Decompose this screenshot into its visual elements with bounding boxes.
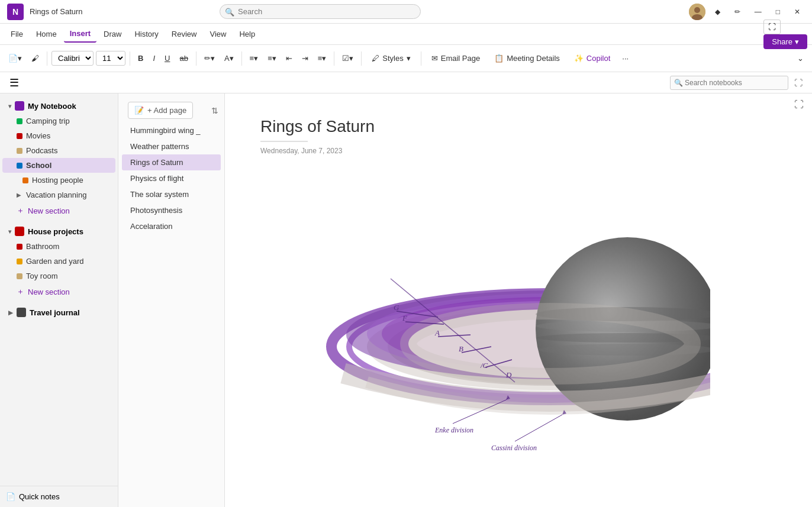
page-weather[interactable]: Weather patterns [122,138,221,154]
format-painter-btn[interactable]: 🖌 [28,51,43,65]
align-btn[interactable]: ≡▾ [314,51,330,65]
menu-insert[interactable]: Insert [64,25,96,43]
new-section-2-label: New section [28,288,70,296]
menu-history[interactable]: History [128,26,164,42]
section-podcasts[interactable]: Podcasts [2,143,115,158]
section-school[interactable]: School [2,158,115,173]
underline-btn[interactable]: U [161,51,173,65]
app-logo: N [7,4,24,20]
check-btn[interactable]: ☑▾ [339,51,357,65]
section-bathroom[interactable]: Bathroom [2,239,115,254]
email-page-btn[interactable]: ✉ Email Page [426,51,486,65]
vacation-chevron: ▶ [17,192,21,198]
notebook-search-area: 🔍 ⛶ [670,76,805,90]
page-solar[interactable]: The solar system [122,186,221,202]
sidebar: ▾ My Notebook Camping trip Movies Podcas… [0,93,118,507]
styles-icon: 🖊 [372,54,379,63]
garden-yard-label: Garden and yard [26,257,84,266]
menu-view[interactable]: View [204,26,232,42]
font-family-select[interactable]: Calibri [51,51,94,66]
page-accelaration[interactable]: Accelaration [122,218,221,234]
numbering-btn[interactable]: ≡▾ [264,51,280,65]
page-physics[interactable]: Physics of flight [122,170,221,186]
house-projects-icon [15,227,24,236]
svg-point-1 [694,7,700,13]
italic-btn[interactable]: I [149,51,159,65]
minimize-btn[interactable]: — [750,5,766,18]
menu-draw[interactable]: Draw [98,26,127,42]
toolbar-expand-area: ⌄ [794,51,807,65]
highlight-btn[interactable]: ✏▾ [201,51,218,65]
nb-expand-btn[interactable]: ⛶ [792,77,805,89]
notebook-my-notebook-header[interactable]: ▾ My Notebook [2,98,115,114]
travel-journal-chevron: ▶ [8,309,13,316]
page-rings-saturn[interactable]: Rings of Saturn [122,154,221,170]
house-projects-label: House projects [28,227,83,236]
menu-file[interactable]: File [5,26,29,42]
avatar[interactable] [689,4,705,20]
pen-btn[interactable]: ✏ [730,5,745,18]
menu-review[interactable]: Review [166,26,203,42]
more-btn[interactable]: ··· [618,51,632,65]
nb-search-input[interactable] [670,76,788,90]
title-bar: N Rings of Saturn 🔍 ◆ ✏ — □ ✕ [0,0,812,24]
svg-text:G: G [394,303,399,312]
toolbar-expand-btn[interactable]: ⌄ [794,51,807,65]
new-section-my-notebook[interactable]: ＋ New section [2,202,115,219]
school-label: School [26,161,51,170]
font-size-select[interactable]: 11 [96,51,125,66]
close-btn[interactable]: ✕ [790,5,805,18]
menu-bar: File Home Insert Draw History Review Vie… [0,24,812,45]
notebook-travel-journal-header[interactable]: ▶ Travel journal [2,305,115,320]
diamond-btn[interactable]: ◆ [710,5,725,18]
new-section-house-projects[interactable]: ＋ New section [2,283,115,300]
saturn-image: G F A B /C D Enke division [260,169,710,453]
expand-content-btn[interactable]: ⛶ [794,99,804,110]
meeting-details-btn[interactable]: 📋 Meeting Details [488,51,566,65]
menu-help[interactable]: Help [233,26,261,42]
strikethrough-btn[interactable]: ab [176,51,191,65]
fullscreen-button[interactable]: ⛶ [763,20,781,34]
page-photosynthesis[interactable]: Photosynthesis [122,202,221,218]
font-color-btn[interactable]: A▾ [221,51,237,65]
section-vacation-planning[interactable]: ▶ Vacation planning [2,188,115,202]
quick-notes[interactable]: 📄 Quick notes [0,486,118,507]
podcasts-label: Podcasts [26,146,57,155]
copilot-icon: ✨ [574,54,584,63]
bold-btn[interactable]: B [134,51,147,65]
meeting-icon: 📋 [494,54,504,63]
toolbar: 📄▾ 🖌 Calibri 11 B I U ab ✏▾ A▾ ≡▾ ≡▾ ⇤ ⇥… [0,45,812,72]
section-hosting-people[interactable]: Hosting people [2,173,115,188]
hosting-people-label: Hosting people [32,176,83,185]
indent-btn[interactable]: ⇥ [298,51,312,65]
svg-text:F: F [402,314,408,322]
page-hummingbird[interactable]: Hummingbird wing _ [122,122,221,138]
title-bar-actions: ◆ ✏ — □ ✕ [689,4,805,20]
title-search-area: 🔍 [220,4,421,19]
new-section-plus-icon: ＋ [17,205,24,216]
title-underline [260,141,308,142]
hamburger-btn[interactable]: ☰ [7,74,21,92]
outdent-btn[interactable]: ⇤ [282,51,296,65]
menu-home[interactable]: Home [30,26,63,42]
quick-notes-label: Quick notes [19,492,60,501]
camping-trip-label: Camping trip [26,117,70,125]
new-page-btn[interactable]: 📄▾ [5,51,25,65]
bullets-btn[interactable]: ≡▾ [246,51,262,65]
notebook-house-projects-header[interactable]: ▾ House projects [2,224,115,239]
add-page-icon: 📝 [134,106,144,115]
title-search-input[interactable] [220,4,421,19]
garden-yard-dot [17,259,22,264]
maximize-btn[interactable]: □ [771,5,785,18]
vacation-planning-label: Vacation planning [26,190,86,199]
section-camping-trip[interactable]: Camping trip [2,114,115,128]
share-button[interactable]: Share ▾ [763,34,807,49]
styles-btn[interactable]: 🖊 Styles ▾ [366,51,416,65]
add-page-button[interactable]: 📝 + Add page [128,102,193,119]
copilot-btn[interactable]: ✨ Copilot [568,51,616,65]
toy-room-label: Toy room [26,272,57,280]
section-toy-room[interactable]: Toy room [2,269,115,283]
section-movies[interactable]: Movies [2,128,115,143]
section-garden-yard[interactable]: Garden and yard [2,254,115,269]
sort-pages-btn[interactable]: ⇅ [209,104,221,118]
